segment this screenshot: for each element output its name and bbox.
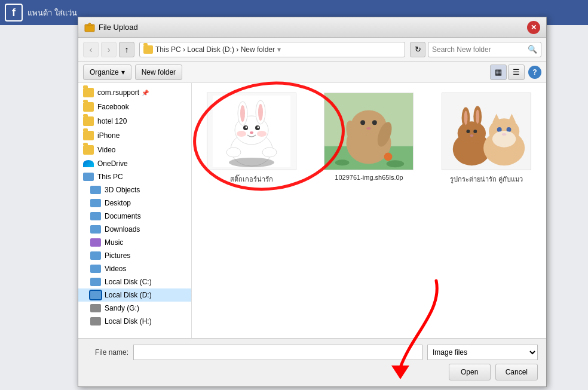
sidebar-label-video: Video [97,146,115,154]
sidebar-label-onedrive: OneDrive [97,159,128,168]
file-label-rabbit: 1029761-img.sh65ls.0p [335,174,403,181]
view-detail-button[interactable]: ☰ [508,65,525,80]
sidebar-label-hotel120: hotel 120 [97,117,127,125]
svg-point-8 [258,104,263,121]
sidebar-item-pictures[interactable]: Pictures [78,249,191,262]
new-folder-button[interactable]: New folder [135,65,182,80]
pin-icon: 📌 [142,90,149,96]
sidebar-item-facebook[interactable]: Facebook [78,100,191,114]
svg-point-14 [237,131,246,137]
sidebar-label-this-pc: This PC [97,173,123,181]
drive-icon-d [90,291,101,299]
sidebar-label-pictures: Pictures [105,251,130,260]
sidebar-item-this-pc[interactable]: This PC [78,170,191,183]
folder-icon-iphone [83,131,94,140]
svg-point-18 [229,158,274,167]
filetype-select[interactable]: Image files [427,345,538,360]
dialog-title: File Upload [99,23,527,32]
svg-point-17 [262,148,277,157]
file-item-kitten[interactable]: รูปกระต่ายน่ารัก คู่กับแมว [433,89,540,188]
svg-point-28 [335,159,350,165]
svg-point-16 [226,148,241,157]
sidebar-item-video[interactable]: Video [78,143,191,157]
sidebar-item-sandy-g[interactable]: Sandy (G:) [78,302,191,315]
bottom-buttons: Open Cancel [87,364,538,380]
file-item-bunny[interactable]: สติ๊กเกอร์น่ารัก [198,89,305,188]
breadcrumb-dropdown-icon[interactable]: ▾ [277,45,281,54]
svg-point-26 [372,120,377,125]
forward-button[interactable]: › [101,42,117,57]
svg-point-27 [367,127,372,130]
sidebar-label-com-rsupport: com.rsupport [97,88,139,97]
sidebar-item-music[interactable]: Music [78,236,191,249]
dialog-close-button[interactable]: ✕ [527,21,540,34]
view-grid-button[interactable]: ▦ [490,65,507,80]
svg-point-39 [473,130,477,133]
file-thumb-kitten [442,93,531,170]
sidebar-item-com-rsupport[interactable]: com.rsupport 📌 [78,85,191,100]
new-folder-label: New folder [142,68,176,76]
sidebar-label-documents: Documents [105,212,141,220]
up-button[interactable]: ↑ [119,42,134,57]
svg-point-35 [464,110,467,125]
facebook-username: แพนด้า ใส่แว่น [27,7,77,19]
back-button[interactable]: ‹ [83,42,99,57]
organize-button[interactable]: Organize ▾ [83,65,131,80]
file-area: สติ๊กเกอร์น่ารัก [192,83,546,338]
dialog-upload-icon [84,22,95,33]
svg-point-6 [240,105,245,122]
onedrive-icon [83,160,94,167]
svg-point-40 [470,134,473,137]
svg-point-33 [457,121,485,145]
sidebar-item-local-disk-c[interactable]: Local Disk (C:) [78,275,191,288]
help-button[interactable]: ? [528,66,541,79]
file-item-rabbit[interactable]: 1029761-img.sh65ls.0p [315,89,422,188]
file-label-kitten: รูปกระต่ายน่ารัก คู่กับแมว [450,174,523,185]
sidebar-label-desktop: Desktop [105,199,131,207]
cancel-button[interactable]: Cancel [495,364,538,380]
dialog-navbar: ‹ › ↑ This PC › Local Disk (D:) › New fo… [78,38,546,62]
sidebar-label-videos-folder: Videos [105,265,126,273]
folder-icon-hotel120 [83,116,94,126]
search-icon: 🔍 [528,45,537,54]
file-upload-dialog: File Upload ✕ ‹ › ↑ This PC › Local Disk… [78,17,547,387]
sidebar-item-3dobjects[interactable]: 3D Objects [78,183,191,196]
svg-point-29 [387,160,405,167]
folder-icon-facebook [83,102,94,112]
sidebar-item-onedrive[interactable]: OneDrive [78,157,191,170]
dialog-bottom: File name: Image files Open Cancel [78,338,546,386]
refresh-button[interactable]: ↻ [410,42,425,57]
pc-icon [83,173,94,181]
sidebar-label-local-disk-d: Local Disk (D:) [105,291,152,299]
sidebar-item-desktop[interactable]: Desktop [78,196,191,210]
filename-row: File name: Image files [87,345,538,360]
sidebar-item-documents[interactable]: Documents [78,210,191,223]
dialog-main: com.rsupport 📌 Facebook hotel 120 iPhone… [78,83,546,338]
svg-point-37 [476,109,479,124]
open-button[interactable]: Open [449,364,491,380]
folder-icon-com-rsupport [83,88,94,97]
svg-point-12 [258,127,259,128]
breadcrumb-folder-icon [143,45,153,54]
sidebar-item-local-disk-h[interactable]: Local Disk (H:) [78,315,191,328]
drive-icon-c [90,278,101,286]
facebook-logo: f [5,4,23,22]
folder-icon-documents [90,212,101,220]
svg-point-38 [466,130,470,133]
rabbit-photo-image [324,93,413,170]
breadcrumb-text: This PC › Local Disk (D:) › New folder [155,45,275,54]
filename-input[interactable] [133,345,422,360]
folder-icon-3dobjects [90,186,101,194]
search-input[interactable] [432,45,528,54]
sidebar-item-videos-folder[interactable]: Videos [78,262,191,275]
breadcrumb[interactable]: This PC › Local Disk (D:) › New folder ▾ [139,42,405,57]
sidebar-item-iphone[interactable]: iPhone [78,128,191,143]
sidebar-item-downloads[interactable]: Downloads [78,223,191,236]
svg-point-13 [250,131,253,134]
svg-point-30 [384,153,393,161]
file-thumb-rabbit [324,93,414,170]
svg-point-15 [257,131,267,137]
search-box: 🔍 [428,42,541,57]
sidebar-item-hotel120[interactable]: hotel 120 [78,114,191,128]
sidebar-item-local-disk-d[interactable]: Local Disk (D:) [78,288,191,302]
